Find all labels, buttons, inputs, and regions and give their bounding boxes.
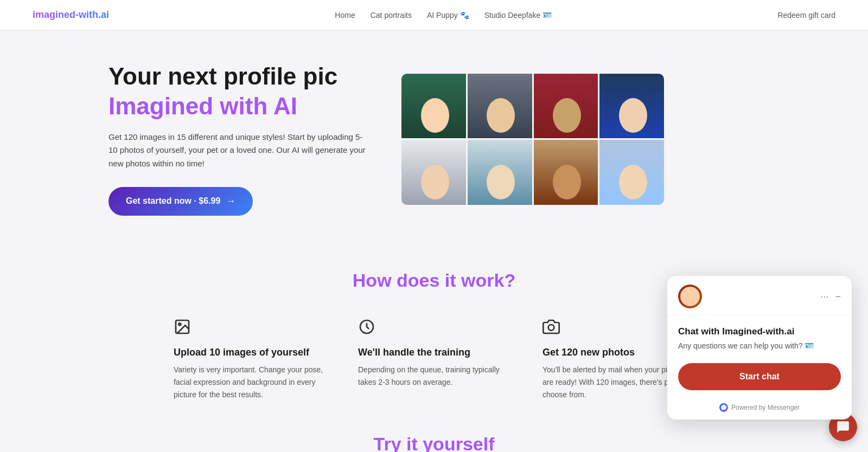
clock-icon — [358, 318, 510, 339]
chat-header: ··· − — [667, 276, 852, 315]
hero-image-grid — [401, 74, 664, 205]
nav-cat-portraits[interactable]: Cat portraits — [371, 11, 412, 20]
portrait-3 — [534, 74, 598, 139]
hero-subheadline: Imagined with AI — [108, 93, 369, 120]
chat-bubble-icon — [836, 420, 850, 434]
step-training-desc: Depending on the queue, training typical… — [358, 364, 510, 389]
step-upload-heading: Upload 10 images of yourself — [174, 347, 326, 358]
image-icon — [174, 318, 326, 339]
powered-by: Powered by Messenger — [667, 399, 852, 419]
portrait-6 — [468, 140, 532, 205]
hero-section: Your next profile pic Imagined with AI G… — [0, 30, 868, 237]
chat-avatar — [678, 285, 702, 308]
start-chat-button[interactable]: Start chat — [678, 363, 841, 390]
steps-container: Upload 10 images of yourself Variety is … — [163, 318, 705, 401]
portrait-7 — [534, 140, 598, 205]
try-title: Try it yourself — [33, 434, 835, 452]
nav-links: Home Cat portraits AI Puppy 🐾 Studio Dee… — [335, 11, 552, 20]
step-training: We'll handle the training Depending on t… — [358, 318, 510, 401]
try-section: Try it yourself — [0, 423, 868, 452]
powered-by-text: Powered by Messenger — [731, 404, 800, 411]
get-started-button[interactable]: Get started now · $6.99 → — [108, 187, 253, 216]
step-training-heading: We'll handle the training — [358, 347, 510, 358]
hero-description: Get 120 images in 15 different and uniqu… — [108, 131, 369, 171]
messenger-icon — [719, 403, 728, 412]
step-upload-desc: Variety is very important. Change your p… — [174, 364, 326, 401]
step-upload: Upload 10 images of yourself Variety is … — [174, 318, 326, 401]
portrait-2 — [468, 74, 532, 139]
minimize-icon[interactable]: − — [835, 291, 841, 302]
chat-subtitle: Any questions we can help you with? 🪪 — [678, 341, 841, 350]
chat-cta: Start chat — [667, 356, 852, 399]
hero-headline: Your next profile pic — [108, 63, 369, 91]
chat-header-actions: ··· − — [820, 291, 841, 302]
redeem-gift-card[interactable]: Redeem gift card — [777, 11, 835, 20]
chat-widget: ··· − Chat with Imagined-with.ai Any que… — [667, 276, 852, 419]
svg-point-1 — [178, 323, 181, 325]
svg-point-3 — [548, 325, 554, 331]
nav-studio-deepfake[interactable]: Studio Deepfake 🪪 — [484, 11, 552, 20]
portrait-4 — [599, 74, 664, 139]
chat-body: Chat with Imagined-with.ai Any questions… — [667, 315, 852, 356]
nav-home[interactable]: Home — [335, 11, 355, 20]
avatar-face — [680, 287, 700, 306]
arrow-icon: → — [226, 196, 235, 207]
hero-text: Your next profile pic Imagined with AI G… — [108, 63, 369, 216]
portrait-8 — [599, 140, 664, 205]
navbar: imagined-with.ai Home Cat portraits AI P… — [0, 0, 868, 30]
chat-title: Chat with Imagined-with.ai — [678, 326, 841, 337]
portrait-1 — [401, 74, 466, 139]
more-options-icon[interactable]: ··· — [820, 291, 828, 302]
nav-logo[interactable]: imagined-with.ai — [33, 9, 109, 21]
nav-ai-puppy[interactable]: AI Puppy 🐾 — [427, 11, 469, 20]
portrait-5 — [401, 140, 466, 205]
